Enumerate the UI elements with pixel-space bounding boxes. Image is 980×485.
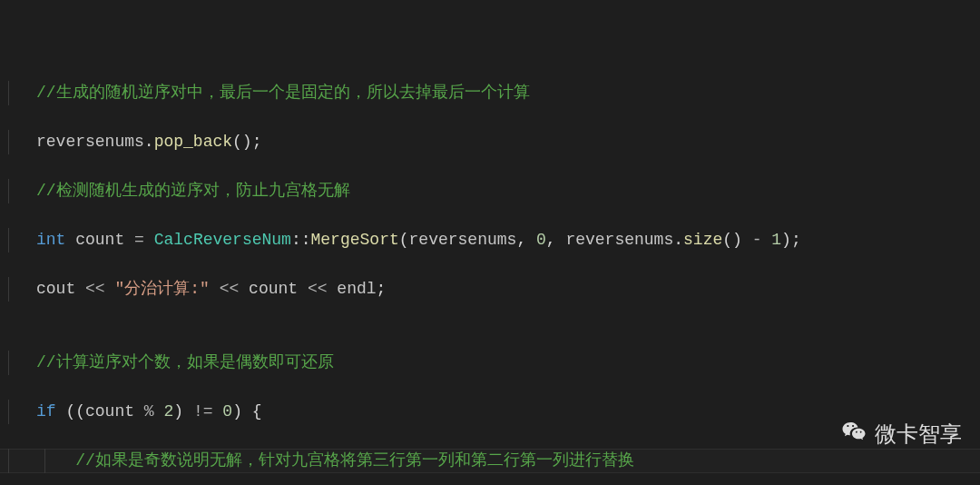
method: pop_back <box>154 133 232 151</box>
identifier: cout <box>36 280 75 298</box>
method: MergeSort <box>311 231 399 249</box>
comment: //计算逆序对个数，如果是偶数即可还原 <box>36 353 334 371</box>
identifier: reversenums <box>565 231 673 249</box>
code-line: int count = CalcReverseNum::MergeSort(re… <box>0 228 980 252</box>
identifier: endl <box>337 280 376 298</box>
code-editor[interactable]: //生成的随机逆序对中，最后一个是固定的，所以去掉最后一个计算 reversen… <box>0 0 980 485</box>
comment: //检测随机生成的逆序对，防止九宫格无解 <box>36 182 350 200</box>
identifier: count <box>249 280 298 298</box>
wechat-icon <box>804 393 867 474</box>
number: 0 <box>222 402 232 421</box>
code-line: reversenums.pop_back(); <box>0 130 980 154</box>
string-literal: "分治计算:" <box>114 280 209 298</box>
keyword: if <box>36 402 56 421</box>
code-line: //检测随机生成的逆序对，防止九宫格无解 <box>0 179 980 203</box>
identifier: count <box>85 402 134 421</box>
method: size <box>683 231 722 249</box>
watermark: 微卡智享 <box>804 393 962 474</box>
watermark-text: 微卡智享 <box>875 421 962 446</box>
comment: //生成的随机逆序对中，最后一个是固定的，所以去掉最后一个计算 <box>36 84 530 102</box>
keyword: int <box>36 231 65 249</box>
class-name: CalcReverseNum <box>154 231 291 249</box>
number: 0 <box>536 231 546 249</box>
identifier: reversenums <box>409 231 517 249</box>
number: 1 <box>771 231 781 249</box>
code-line: //计算逆序对个数，如果是偶数即可还原 <box>0 351 980 375</box>
identifier: reversenums <box>36 133 144 151</box>
number: 2 <box>163 402 173 421</box>
comment: //如果是奇数说明无解，针对九宫格将第三行第一列和第二行第一列进行替换 <box>75 451 634 470</box>
identifier: count <box>75 231 124 249</box>
code-line: cout << "分治计算:" << count << endl; <box>0 277 980 302</box>
code-line: //生成的随机逆序对中，最后一个是固定的，所以去掉最后一个计算 <box>0 81 980 105</box>
